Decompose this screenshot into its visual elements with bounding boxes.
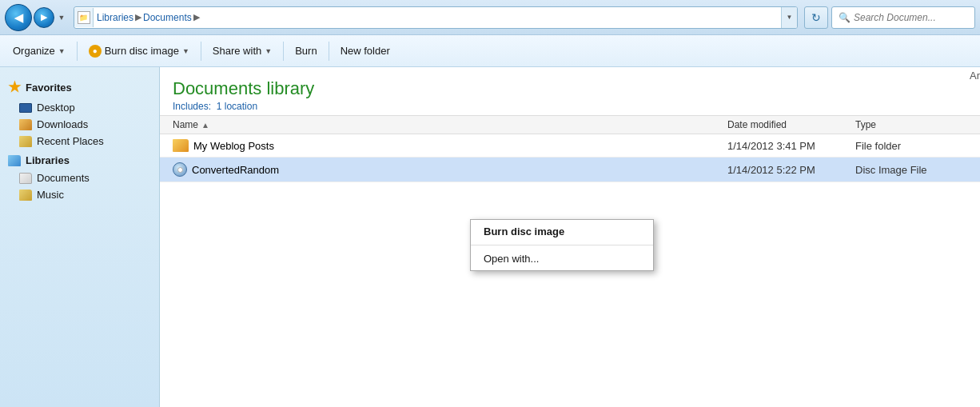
library-icon: 📁 — [78, 11, 90, 24]
sidebar-libraries-header: Libraries — [0, 150, 159, 170]
documents-label: Documents — [37, 172, 90, 184]
toolbar-separator-2 — [201, 42, 201, 61]
sidebar-item-documents[interactable]: Documents — [0, 170, 159, 186]
breadcrumb: Libraries ▶ Documents ▶ — [94, 12, 781, 23]
file-rows-container: My Weblog Posts1/14/2012 3:41 PMFile fol… — [160, 134, 980, 182]
music-label: Music — [37, 189, 64, 201]
address-dropdown-btn[interactable]: ▼ — [781, 6, 797, 29]
file-name: ConvertedRandom — [192, 164, 727, 176]
file-date: 1/14/2012 3:41 PM — [727, 140, 855, 152]
context-menu-separator — [471, 245, 653, 245]
burn-disc-image-label: Burn disc image — [105, 45, 179, 57]
documents-icon — [19, 173, 32, 184]
breadcrumb-sep-1: ▶ — [135, 12, 141, 22]
file-list-header: Name ▲ Date modified Type — [160, 116, 980, 134]
address-bar[interactable]: 📁 Libraries ▶ Documents ▶ ▼ — [74, 6, 798, 29]
desktop-label: Desktop — [37, 102, 75, 114]
new-folder-button[interactable]: New folder — [334, 42, 396, 60]
recent-places-icon — [19, 136, 32, 147]
context-menu-item[interactable]: Burn disc image — [471, 220, 653, 243]
downloads-label: Downloads — [37, 118, 88, 130]
col-date-header[interactable]: Date modified — [727, 119, 855, 130]
sidebar-item-desktop[interactable]: Desktop — [0, 99, 159, 116]
nav-buttons: ◀ ▶ ▼ — [5, 4, 67, 31]
burn-label: Burn — [295, 45, 317, 57]
file-name: My Weblog Posts — [193, 140, 727, 152]
breadcrumb-sep-2: ▶ — [193, 12, 200, 22]
burn-disc-dropdown-arrow: ▼ — [182, 47, 189, 55]
col-type-header[interactable]: Type — [855, 119, 967, 130]
sidebar-item-downloads[interactable]: Downloads — [0, 116, 159, 133]
table-row[interactable]: ConvertedRandom1/14/2012 5:22 PMDisc Ima… — [160, 158, 980, 182]
organize-label: Organize — [13, 45, 55, 57]
toolbar: Organize ▼ ● Burn disc image ▼ Share wit… — [0, 35, 980, 67]
libraries-icon — [8, 155, 21, 166]
file-area: Documents library Includes: 1 location N… — [160, 67, 980, 407]
share-with-button[interactable]: Share with ▼ — [206, 42, 278, 60]
library-header: Documents library Includes: 1 location — [160, 67, 980, 116]
new-folder-label: New folder — [341, 45, 390, 57]
sidebar-item-music[interactable]: Music — [0, 186, 159, 203]
sidebar-favorites-header: ★ Favorites — [0, 74, 159, 99]
folder-icon — [173, 139, 189, 152]
libraries-label: Libraries — [26, 154, 70, 166]
file-date: 1/14/2012 5:22 PM — [727, 164, 855, 176]
context-menu-item[interactable]: Open with... — [471, 247, 653, 270]
breadcrumb-documents[interactable]: Documents — [143, 12, 192, 23]
main-content: ★ Favorites Desktop Downloads Recent Pla… — [0, 67, 980, 407]
downloads-icon — [19, 119, 32, 130]
search-input[interactable] — [854, 12, 958, 23]
subtitle-prefix: Includes: — [173, 101, 211, 112]
organize-button[interactable]: Organize ▼ — [6, 42, 72, 60]
nav-history-dropdown[interactable]: ▼ — [56, 12, 67, 23]
disc-icon — [173, 162, 187, 177]
file-type: Disc Image File — [855, 164, 967, 176]
table-row[interactable]: My Weblog Posts1/14/2012 3:41 PMFile fol… — [160, 134, 980, 158]
refresh-button[interactable]: ↻ — [804, 6, 828, 29]
recent-places-label: Recent Places — [37, 135, 104, 147]
context-menu: Burn disc imageOpen with... — [470, 219, 654, 271]
burn-disc-icon: ● — [89, 45, 102, 58]
sort-arrow-icon: ▲ — [201, 121, 209, 130]
search-bar[interactable]: 🔍 — [831, 6, 975, 29]
back-button[interactable]: ◀ — [5, 4, 32, 31]
burn-button[interactable]: Burn — [289, 42, 323, 60]
desktop-icon — [19, 103, 32, 113]
library-title: Documents library — [173, 78, 967, 99]
forward-button[interactable]: ▶ — [34, 7, 54, 28]
share-with-label: Share with — [213, 45, 261, 57]
share-with-dropdown-arrow: ▼ — [265, 47, 272, 55]
music-icon — [19, 190, 32, 201]
burn-disc-image-button[interactable]: ● Burn disc image ▼ — [82, 42, 196, 61]
nav-bar: ◀ ▶ ▼ 📁 Libraries ▶ Documents ▶ ▼ ↻ 🔍 — [0, 0, 980, 35]
organize-dropdown-arrow: ▼ — [58, 47, 66, 55]
col-name-label: Name — [173, 119, 198, 130]
subtitle-location[interactable]: 1 location — [217, 101, 257, 112]
col-name-header[interactable]: Name ▲ — [173, 119, 727, 130]
favorites-star-icon: ★ — [8, 78, 21, 96]
favorites-label: Favorites — [26, 82, 72, 94]
partial-right-label: Ar — [970, 67, 980, 82]
toolbar-separator-4 — [329, 42, 329, 61]
file-type: File folder — [855, 140, 967, 152]
library-subtitle: Includes: 1 location — [173, 101, 967, 112]
sidebar: ★ Favorites Desktop Downloads Recent Pla… — [0, 67, 160, 407]
breadcrumb-libraries[interactable]: Libraries — [97, 12, 133, 23]
sidebar-item-recent-places[interactable]: Recent Places — [0, 133, 159, 150]
search-icon: 🔍 — [839, 12, 851, 23]
toolbar-separator-3 — [283, 42, 284, 61]
toolbar-separator-1 — [77, 42, 78, 61]
address-icon: 📁 — [74, 8, 94, 27]
